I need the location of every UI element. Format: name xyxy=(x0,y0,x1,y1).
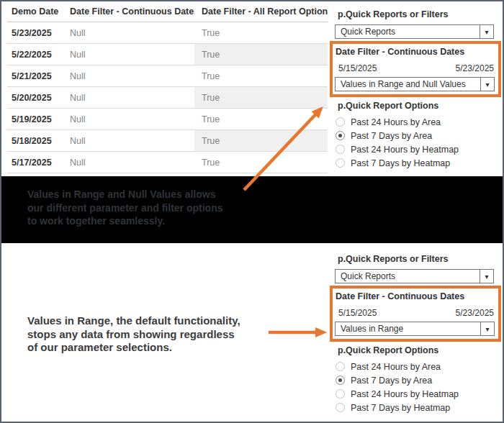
bottom-note-line: stops any data from showing regardless xyxy=(27,328,240,342)
cell-continuous: Null xyxy=(70,71,194,81)
column-header-demo-date: Demo Date xyxy=(12,6,70,17)
cell-continuous: Null xyxy=(70,50,194,60)
band-note-line: to work together seamlessly. xyxy=(27,214,222,228)
cell-demo-date: 5/20/2025 xyxy=(12,93,70,103)
table-row[interactable]: 5/22/2025 Null True xyxy=(1,44,328,65)
radio-label: Past 7 Days by Heatmap xyxy=(351,158,450,168)
cell-all-report: True xyxy=(194,71,328,81)
cell-all-report: True xyxy=(194,114,328,124)
date-range-start: 5/15/2025 xyxy=(338,63,377,74)
dropdown-value: Quick Reports xyxy=(336,270,480,283)
table-row[interactable]: 5/19/2025 Null True xyxy=(1,109,328,130)
dashboard-screenshot: Demo Date Date Filter - Continuous Dates… xyxy=(0,0,504,423)
column-header-all-report-options: Date Filter - All Report Options xyxy=(194,6,328,17)
date-range-end: 5/23/2025 xyxy=(456,63,494,74)
band-note-line: Values in Range and Null Values allows xyxy=(27,188,222,201)
table-row[interactable]: 5/23/2025 Null True xyxy=(1,22,328,44)
date-filter-title: Date Filter - Continuous Dates xyxy=(336,291,498,302)
cell-all-report: True xyxy=(194,50,328,60)
demo-date-table: Demo Date Date Filter - Continuous Dates… xyxy=(1,0,328,173)
radio-icon[interactable] xyxy=(336,376,345,385)
dropdown-value: Values in Range xyxy=(336,322,480,335)
radio-icon[interactable] xyxy=(336,362,345,371)
param-heading: p.Quick Reports or Filters xyxy=(338,9,503,20)
parameter-panel-top: p.Quick Reports or Filters Quick Reports… xyxy=(330,0,503,172)
date-range-end: 5/23/2025 xyxy=(456,308,494,319)
table-row[interactable]: 5/17/2025 Null True xyxy=(1,152,328,173)
radio-option-past-7-days-area[interactable]: Past 7 Days by Area xyxy=(336,131,503,140)
quick-reports-dropdown[interactable]: Quick Reports ▾ xyxy=(335,269,494,283)
date-filter-highlight-box: Date Filter - Continuous Dates 5/15/2025… xyxy=(330,41,501,97)
radio-option-past-24-hours-area[interactable]: Past 24 Hours by Area xyxy=(336,362,503,371)
chevron-down-icon[interactable]: ▾ xyxy=(480,25,493,38)
radio-label: Past 24 Hours by Area xyxy=(351,362,441,372)
options-heading: p.Quick Report Options xyxy=(338,100,503,112)
radio-icon[interactable] xyxy=(336,131,345,140)
cell-all-report: True xyxy=(194,93,328,103)
cell-demo-date: 5/18/2025 xyxy=(12,136,70,146)
chevron-down-icon[interactable]: ▾ xyxy=(480,322,494,335)
cell-all-report: True xyxy=(194,158,328,168)
bottom-note-line: Values in Range, the default functionali… xyxy=(27,314,240,328)
date-filter-highlight-box: Date Filter - Continuous Dates 5/15/2025… xyxy=(330,286,501,342)
black-annotation-band: Values in Range and Null Values allows o… xyxy=(1,176,503,243)
cell-all-report: True xyxy=(194,136,328,146)
cell-demo-date: 5/22/2025 xyxy=(12,50,70,60)
bottom-annotation-text: Values in Range, the default functionali… xyxy=(27,314,240,355)
table-header-row: Demo Date Date Filter - Continuous Dates… xyxy=(1,0,328,22)
filter-mode-dropdown[interactable]: Values in Range ▾ xyxy=(335,322,495,336)
bottom-note-line: of our parameter selections. xyxy=(27,341,240,355)
options-heading: p.Quick Report Options xyxy=(338,345,503,356)
dropdown-value: Quick Reports xyxy=(336,25,480,38)
band-note-line: our different parameter and filter optio… xyxy=(27,201,222,215)
radio-option-past-24-hours-heatmap[interactable]: Past 24 Hours by Heatmap xyxy=(336,389,503,399)
chevron-down-icon[interactable]: ▾ xyxy=(480,270,493,283)
cell-demo-date: 5/17/2025 xyxy=(12,158,70,168)
filter-mode-dropdown[interactable]: Values in Range and Null Values ▾ xyxy=(335,77,495,91)
cell-continuous: Null xyxy=(70,114,194,124)
table-row[interactable]: 5/21/2025 Null True xyxy=(1,65,328,87)
cell-demo-date: 5/19/2025 xyxy=(12,114,70,124)
radio-label: Past 24 Hours by Area xyxy=(351,117,441,127)
radio-label: Past 24 Hours by Heatmap xyxy=(351,389,459,399)
quick-reports-dropdown[interactable]: Quick Reports ▾ xyxy=(335,24,494,39)
table-row[interactable]: 5/20/2025 Null True xyxy=(1,87,328,109)
cell-all-report: True xyxy=(194,28,328,38)
cell-continuous: Null xyxy=(70,136,194,146)
cell-demo-date: 5/23/2025 xyxy=(12,28,70,38)
radio-label: Past 24 Hours by Heatmap xyxy=(351,145,459,155)
chevron-down-icon[interactable]: ▾ xyxy=(480,78,494,91)
radio-label: Past 7 Days by Area xyxy=(351,376,432,386)
cell-demo-date: 5/21/2025 xyxy=(12,71,70,81)
column-header-continuous-dates: Date Filter - Continuous Dates xyxy=(70,6,194,17)
radio-label: Past 7 Days by Area xyxy=(351,131,432,141)
radio-option-past-24-hours-heatmap[interactable]: Past 24 Hours by Heatmap xyxy=(336,145,503,154)
date-filter-title: Date Filter - Continuous Dates xyxy=(336,46,498,58)
param-heading: p.Quick Reports or Filters xyxy=(338,253,503,265)
radio-option-past-7-days-heatmap[interactable]: Past 7 Days by Heatmap xyxy=(336,403,503,412)
date-range-start: 5/15/2025 xyxy=(338,308,377,319)
parameter-panel-bottom: p.Quick Reports or Filters Quick Reports… xyxy=(330,245,503,417)
radio-option-past-7-days-area[interactable]: Past 7 Days by Area xyxy=(336,376,503,385)
cell-continuous: Null xyxy=(70,93,194,103)
table-row[interactable]: 5/18/2025 Null True xyxy=(1,130,328,152)
radio-icon[interactable] xyxy=(336,403,345,412)
radio-option-past-7-days-heatmap[interactable]: Past 7 Days by Heatmap xyxy=(336,158,503,168)
radio-option-past-24-hours-area[interactable]: Past 24 Hours by Area xyxy=(336,117,503,127)
cell-continuous: Null xyxy=(70,28,194,38)
radio-icon[interactable] xyxy=(336,117,345,127)
radio-icon[interactable] xyxy=(336,389,345,399)
cell-continuous: Null xyxy=(70,158,194,168)
radio-label: Past 7 Days by Heatmap xyxy=(351,403,450,413)
radio-icon[interactable] xyxy=(336,158,345,168)
radio-icon[interactable] xyxy=(336,145,345,154)
dropdown-value: Values in Range and Null Values xyxy=(336,78,480,91)
